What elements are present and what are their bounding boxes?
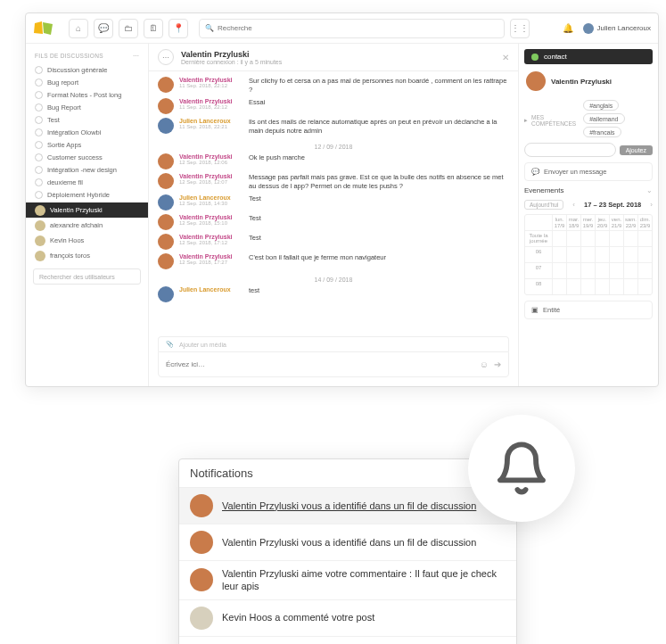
sidebar-item-label: Sortie Apps [47, 141, 81, 149]
sidebar-item[interactable]: Déploiement Hybride [26, 188, 148, 201]
attach-icon: 📎 [166, 341, 174, 348]
calendar-cell[interactable] [595, 231, 609, 246]
attach-media-button[interactable]: 📎 Ajouter un média [158, 336, 509, 351]
calendar-cell[interactable] [580, 279, 595, 294]
emoji-icon[interactable]: ☺ [480, 359, 489, 369]
message-date: 12 Sep. 2018, 15:10 [179, 220, 243, 226]
calendar-cell[interactable] [623, 263, 637, 278]
chat-icon[interactable]: 💬 [94, 19, 113, 38]
calendar-day-header: jeu.20/9 [595, 215, 609, 230]
calendar-cell[interactable] [623, 279, 637, 294]
today-button[interactable]: Aujourd'hui [524, 200, 563, 210]
sidebar-item[interactable]: Test [26, 113, 148, 126]
skill-tag[interactable]: #francais [583, 127, 621, 137]
calendar-day-header: lun.17/9 [552, 215, 566, 230]
message-date: 12 Sep. 2018, 14:30 [179, 201, 243, 206]
sidebar-item[interactable]: Bug report [26, 76, 148, 88]
notification-item[interactable]: Valentin Przyluski vous a identifié dans… [179, 524, 516, 561]
global-search[interactable]: 🔍 [199, 19, 505, 38]
avatar [158, 214, 174, 230]
chevron-right-icon[interactable]: › [650, 201, 653, 209]
calendar-cell[interactable] [609, 279, 623, 294]
sidebar-contact[interactable]: françois toros [26, 248, 148, 263]
notification-item[interactable]: Valentin Przyluski vous a identifié dans… [179, 488, 516, 524]
calendar-cell[interactable] [552, 279, 566, 294]
calendar-cell[interactable] [637, 247, 652, 262]
calendar-cell[interactable] [623, 231, 637, 246]
current-user[interactable]: Julien Lanceroux [583, 23, 651, 34]
calendar-cell[interactable] [566, 263, 580, 278]
calendar-row: 06 [525, 246, 652, 262]
sidebar-item[interactable]: Customer success [26, 151, 148, 163]
all-notifications-link[interactable]: Toutes mes notifications [179, 637, 516, 644]
entity-section[interactable]: ▣ Entité [524, 301, 653, 319]
calendar-cell[interactable] [637, 279, 652, 294]
sidebar-item[interactable]: Sortie Apps [26, 138, 148, 151]
calendar-cell[interactable] [595, 279, 609, 294]
message: Valentin Przyluski12 Sep. 2018, 17:27C'e… [158, 253, 509, 269]
bell-icon[interactable]: 🔔 [558, 19, 578, 38]
home-icon[interactable]: ⌂ [69, 19, 88, 38]
location-icon[interactable]: 📍 [169, 19, 188, 38]
calendar-cell[interactable] [580, 263, 595, 278]
more-icon[interactable]: ⋯ [133, 53, 139, 60]
message-date: 11 Sep. 2018, 22:21 [179, 124, 243, 129]
sidebar-item-label: Customer success [47, 153, 103, 161]
chevron-left-icon[interactable]: ‹ [572, 201, 575, 209]
sidebar-contact[interactable]: Kevin Hoos [26, 233, 148, 248]
notification-item[interactable]: Valentin Przyluski aime votre commentair… [179, 561, 516, 600]
send-message-button[interactable]: 💬 Envoyer un message [524, 162, 653, 181]
sidebar-item-label: Kevin Hoos [50, 236, 84, 244]
sidebar-item[interactable]: Intégration Olowbi [26, 126, 148, 138]
calendar-cell[interactable] [595, 247, 609, 262]
avatar [35, 235, 45, 246]
add-skill-button[interactable]: Ajoutez [620, 145, 653, 155]
collapse-icon[interactable]: ⌄ [646, 186, 653, 194]
calendar-cell[interactable] [552, 231, 566, 246]
apps-icon[interactable]: ⋮⋮ [510, 19, 530, 38]
calendar-cell[interactable] [637, 231, 652, 246]
avatar [190, 531, 213, 554]
notification-item[interactable]: Kevin Hoos a commenté votre post [179, 600, 516, 637]
sidebar-contact[interactable]: alexandre afchain [26, 218, 148, 233]
message-author: Julien Lanceroux [179, 194, 243, 201]
sidebar-item[interactable]: Intégration -new design [26, 163, 148, 176]
calendar-cell[interactable] [552, 263, 566, 278]
sidebar-item[interactable]: Discussion générale [26, 63, 148, 76]
send-icon[interactable]: ➔ [494, 359, 501, 369]
sidebar-contact[interactable]: Valentin Przyluski [26, 202, 148, 218]
avatar [35, 220, 45, 231]
calendar-time-label: Toute la journée [525, 231, 552, 246]
svg-marker-1 [43, 22, 53, 35]
add-skill-input[interactable] [524, 143, 616, 157]
calendar-cell[interactable] [566, 247, 580, 262]
skill-tag[interactable]: #allemand [583, 113, 624, 124]
calendar-icon[interactable]: 🗓 [144, 19, 163, 38]
calendar-cell[interactable] [580, 247, 595, 262]
bell-icon-large [468, 415, 575, 522]
calendar-cell[interactable] [609, 231, 623, 246]
avatar [158, 153, 174, 169]
folder-icon[interactable]: 🗀 [119, 19, 138, 38]
calendar-cell[interactable] [609, 247, 623, 262]
composer-input[interactable] [166, 360, 480, 368]
message-text: Ils ont des mails de relance automatique… [249, 118, 509, 136]
message: Valentin Przyluski11 Sep. 2018, 22:12Ess… [158, 98, 509, 114]
more-icon[interactable]: ⋯ [158, 49, 174, 65]
sidebar-item[interactable]: Bug Report [26, 101, 148, 113]
message-author: Valentin Przyluski [179, 253, 243, 260]
calendar-cell[interactable] [552, 247, 566, 262]
global-search-input[interactable] [218, 24, 498, 32]
calendar-cell[interactable] [609, 263, 623, 278]
calendar-cell[interactable] [580, 231, 595, 246]
skill-tag[interactable]: #anglais [583, 100, 619, 111]
sidebar-item[interactable]: Format Notes - Post long [26, 88, 148, 101]
sidebar-user-search[interactable]: Rechercher des utilisateurs [33, 268, 141, 285]
calendar-cell[interactable] [566, 279, 580, 294]
calendar-cell[interactable] [637, 263, 652, 278]
sidebar-item[interactable]: deuxieme fil [26, 176, 148, 188]
close-icon[interactable]: ✕ [502, 53, 509, 62]
calendar-cell[interactable] [566, 231, 580, 246]
calendar-cell[interactable] [623, 247, 637, 262]
calendar-cell[interactable] [595, 263, 609, 278]
